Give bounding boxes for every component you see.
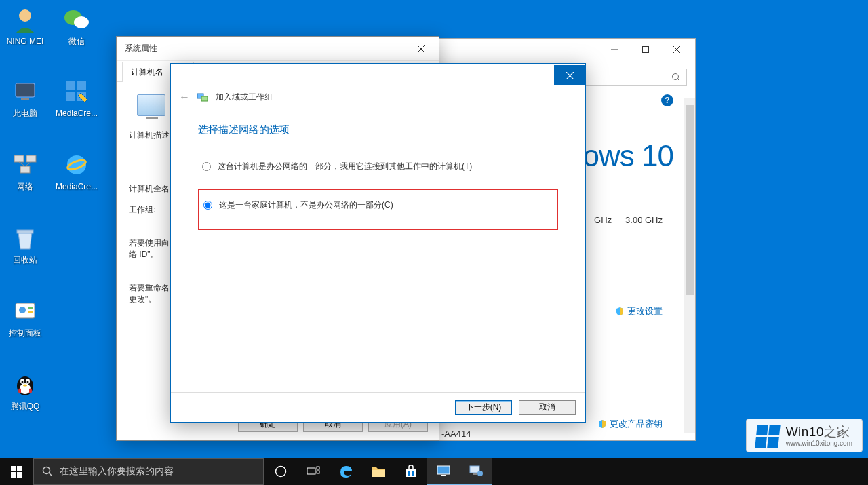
network-icon [11,151,39,179]
svg-point-27 [23,385,27,387]
svg-point-32 [673,74,679,80]
desktop-icon-recycle-bin[interactable]: 回收站 [0,224,50,265]
window-titlebar [439,39,695,60]
minimize-button[interactable] [599,40,630,59]
svg-line-12 [19,162,25,166]
svg-rect-4 [21,98,29,100]
svg-rect-59 [473,473,477,475]
windows-logo-icon [11,466,22,478]
radio-label: 这是一台家庭计算机，不是办公网络的一部分(C) [219,199,393,211]
svg-rect-41 [17,466,22,471]
svg-point-0 [19,9,31,22]
desktop-icon-network[interactable]: 网络 [0,151,50,191]
product-id-text: -AA414 [441,429,471,439]
scrollbar-thumb[interactable] [686,105,694,295]
close-button[interactable] [408,41,435,57]
search-placeholder: 在这里输入你要搜索的内容 [60,465,174,478]
svg-rect-40 [11,466,16,471]
computer-settings-icon [469,464,484,478]
svg-point-44 [43,467,50,474]
tab-computer-name[interactable]: 计算机名 [122,62,172,82]
dialog-titlebar[interactable]: 系统属性 [117,37,439,61]
desktop-icon-qq[interactable]: 腾讯QQ [0,370,50,411]
wizard-icon [197,91,209,103]
user-avatar-icon [11,5,39,34]
icon-label: MediaCre... [52,182,102,191]
svg-rect-10 [26,155,36,162]
store-button[interactable] [395,458,427,485]
taskbar-search[interactable]: 在这里输入你要搜索的内容 [33,458,264,485]
radio-home-computer[interactable]: 这是一台家庭计算机，不是办公网络的一部分(C) [198,189,558,230]
svg-rect-55 [412,473,414,476]
media-tool-icon [62,77,91,106]
svg-line-13 [25,162,31,166]
desktop-icon-this-pc[interactable]: 此电脑 [0,77,50,118]
wizard-heading: 选择描述网络的选项 [198,123,558,136]
svg-rect-56 [437,466,450,474]
svg-rect-49 [317,471,319,473]
svg-rect-47 [307,468,315,474]
start-button[interactable] [0,458,33,485]
control-panel-icon [11,297,39,326]
wizard-title: 加入域或工作组 [216,92,273,103]
icon-label: NING MEI [0,37,50,46]
close-button[interactable] [554,65,585,85]
folder-icon [371,465,386,478]
cortana-icon [275,465,287,478]
wizard-titlebar[interactable] [171,64,585,87]
cancel-button[interactable]: 取消 [519,400,576,415]
edge-button[interactable] [330,458,362,485]
svg-rect-20 [28,311,33,313]
radio-input[interactable] [202,162,211,171]
help-icon[interactable]: ? [661,94,673,106]
svg-rect-6 [77,81,86,90]
edge-icon [338,464,353,479]
svg-point-2 [74,16,89,28]
icon-label: 微信 [52,37,102,46]
task-view-button[interactable] [297,458,330,485]
svg-rect-7 [66,92,75,101]
wizard-footer: 下一步(N) 取消 [171,392,585,422]
svg-rect-9 [14,155,24,162]
maximize-button[interactable] [630,40,661,59]
cortana-button[interactable] [264,458,297,485]
desktop-icon-mediacreation1[interactable]: MediaCre... [52,77,102,118]
taskbar: 在这里输入你要搜索的内容 [0,458,868,485]
watermark-url: www.win10xitong.com [786,440,852,447]
svg-point-60 [477,471,483,476]
ie-icon [62,151,91,179]
svg-rect-57 [441,475,446,476]
desktop-icon-user[interactable]: NING MEI [0,5,50,46]
desktop-icon-mediacreation2[interactable]: MediaCre... [52,151,102,191]
svg-line-33 [678,79,680,81]
search-icon [42,466,53,477]
svg-point-46 [276,467,286,477]
icon-label: 控制面板 [0,328,50,338]
explorer-button[interactable] [362,458,395,485]
back-button[interactable]: ← [179,91,190,103]
svg-rect-43 [17,472,22,478]
icon-label: 此电脑 [0,109,50,118]
close-button[interactable] [661,40,692,59]
svg-point-18 [19,307,26,313]
computer-illustration-icon [137,94,165,116]
system-window-taskbar-button[interactable] [427,458,460,485]
wizard-taskbar-button[interactable] [460,458,492,485]
watermark-title: Win10之家 [786,425,852,440]
desktop-icon-wechat[interactable]: 微信 [52,5,102,46]
wechat-icon [62,5,91,34]
radio-input[interactable] [203,201,212,210]
svg-rect-51 [406,469,416,477]
radio-label: 这台计算机是办公网络的一部分，我用它连接到其他工作中的计算机(T) [218,161,472,172]
scrollbar[interactable] [684,98,695,433]
next-button[interactable]: 下一步(N) [455,400,512,415]
icon-label: 网络 [0,182,50,191]
radio-office-network[interactable]: 这台计算机是办公网络的一部分，我用它连接到其他工作中的计算机(T) [198,155,558,178]
svg-rect-39 [201,96,208,101]
svg-rect-52 [408,471,410,473]
desktop-icon-control-panel[interactable]: 控制面板 [0,297,50,338]
shield-icon [597,419,607,429]
wizard-header: ← 加入域或工作组 [171,87,585,107]
svg-line-45 [50,473,53,477]
svg-rect-48 [317,467,319,469]
